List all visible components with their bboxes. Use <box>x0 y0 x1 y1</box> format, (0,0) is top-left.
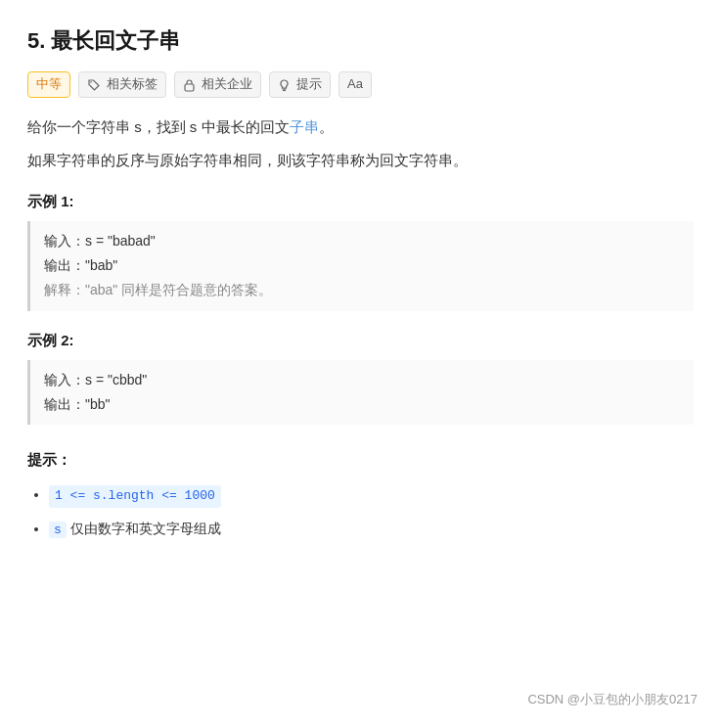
example-2-block: 输入：s = "cbbd" 输出："bb" <box>27 360 694 425</box>
tag-hint[interactable]: 提示 <box>269 71 331 98</box>
tag-related-companies[interactable]: 相关企业 <box>174 71 261 98</box>
examples-section: 示例 1: 输入：s = "babad" 输出："bab" 解释："aba" 同… <box>27 190 694 425</box>
hints-section: 提示： 1 <= s.length <= 1000 s 仅由数字和英文字母组成 <box>27 448 694 541</box>
description-line1: 给你一个字符串 s，找到 s 中最长的回文子串。 <box>27 115 694 139</box>
bulb-icon <box>278 78 291 92</box>
tag-difficulty-label: 中等 <box>36 74 62 95</box>
hint-item-2: s 仅由数字和英文字母组成 <box>49 518 694 541</box>
tag-hint-label: 提示 <box>296 74 322 95</box>
example-1-note: 解释："aba" 同样是符合题意的答案。 <box>44 278 680 302</box>
svg-rect-1 <box>185 84 194 91</box>
lock-icon <box>183 78 196 92</box>
palindrome-link[interactable]: 子串 <box>290 118 319 135</box>
footer-watermark: CSDN @小豆包的小朋友0217 <box>527 690 698 710</box>
example-1-title: 示例 1: <box>27 190 694 213</box>
example-1: 示例 1: 输入：s = "babad" 输出："bab" 解释："aba" 同… <box>27 190 694 311</box>
hint-list: 1 <= s.length <= 1000 s 仅由数字和英文字母组成 <box>27 483 694 541</box>
example-2-output: 输出："bb" <box>44 392 680 417</box>
tag-difficulty[interactable]: 中等 <box>27 71 70 98</box>
tags-row: 中等 相关标签 相关企业 提示 Aa <box>27 71 694 98</box>
hint-item-1: 1 <= s.length <= 1000 <box>49 483 694 508</box>
page-title: 5. 最长回文子串 <box>27 23 694 58</box>
tag-related-companies-label: 相关企业 <box>202 74 252 95</box>
description-line2: 如果字符串的反序与原始字符串相同，则该字符串称为回文字符串。 <box>27 149 694 172</box>
tag-related-tags[interactable]: 相关标签 <box>78 71 166 98</box>
tag-icon <box>87 78 101 92</box>
example-2: 示例 2: 输入：s = "cbbd" 输出："bb" <box>27 329 694 425</box>
description-section: 给你一个字符串 s，找到 s 中最长的回文子串。 如果字符串的反序与原始字符串相… <box>27 115 694 172</box>
hint-code-2: s <box>49 522 67 538</box>
hints-title: 提示： <box>27 448 694 472</box>
example-2-title: 示例 2: <box>27 329 694 352</box>
tag-font-label: Aa <box>347 74 363 95</box>
example-2-input: 输入：s = "cbbd" <box>44 368 680 392</box>
hint-code-1: 1 <= s.length <= 1000 <box>49 485 221 508</box>
svg-point-0 <box>90 81 92 83</box>
example-1-output: 输出："bab" <box>44 253 680 278</box>
tag-font[interactable]: Aa <box>338 71 372 98</box>
tag-related-tags-label: 相关标签 <box>107 74 158 95</box>
example-1-input: 输入：s = "babad" <box>44 229 680 253</box>
example-1-block: 输入：s = "babad" 输出："bab" 解释："aba" 同样是符合题意… <box>27 221 694 311</box>
